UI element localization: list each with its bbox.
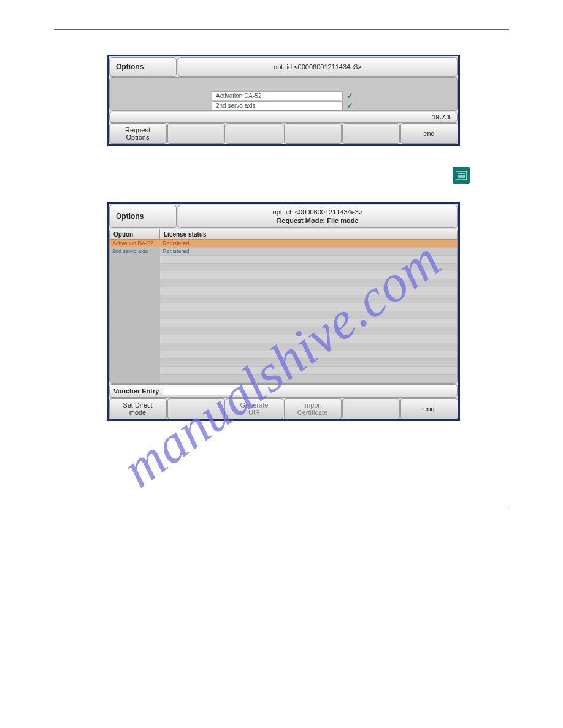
opt-id-text: opt. id <00006001211434e3> <box>274 63 362 71</box>
request-mode-text: Request Mode: File mode <box>277 216 358 225</box>
panel-title: Options <box>109 205 177 228</box>
cell-status: Registered <box>160 248 457 255</box>
table-row <box>110 335 457 343</box>
set-direct-mode-button[interactable]: Set Direct mode <box>109 398 167 419</box>
options-panel-2: Options opt. id: <00006001211434e3> Requ… <box>107 202 460 421</box>
opt-id-text: opt. id: <00006001211434e3> <box>273 208 363 216</box>
voucher-label: Voucher Entry <box>113 387 159 395</box>
end-button[interactable]: end <box>400 123 458 144</box>
table-row <box>110 367 457 375</box>
voucher-entry-row: Voucher Entry <box>109 384 458 398</box>
table-row <box>110 343 457 351</box>
table-row <box>110 303 457 311</box>
status-bar: 19.7.1 <box>109 112 458 123</box>
document-icon[interactable] <box>453 167 470 184</box>
end-button[interactable]: end <box>400 398 458 419</box>
options-list-area: Activation DA-52 ✓ 2nd servo axis ✓ <box>109 77 458 111</box>
options-panel-1: Options opt. id <00006001211434e3> Activ… <box>107 55 460 146</box>
table-row <box>110 256 457 264</box>
table-row <box>110 271 457 279</box>
table-row <box>110 319 457 327</box>
panel-title: Options <box>109 57 177 77</box>
empty-button <box>167 398 225 419</box>
generate-uir-button[interactable]: Generate UIR <box>226 398 283 419</box>
request-options-button[interactable]: Request Options <box>109 123 167 144</box>
check-icon: ✓ <box>344 91 355 100</box>
table-header: Option License status <box>110 229 457 240</box>
table-row <box>110 311 457 319</box>
table-rows: Activation DA-52 Registered 2nd servo ax… <box>110 240 457 383</box>
table-row <box>110 351 457 359</box>
version-text: 19.7.1 <box>432 113 451 121</box>
table-row <box>110 287 457 295</box>
table-row <box>110 327 457 335</box>
option-row: 2nd servo axis ✓ <box>212 101 355 110</box>
empty-button <box>226 123 283 144</box>
empty-button <box>284 123 342 144</box>
table-row <box>110 295 457 303</box>
empty-button <box>342 123 400 144</box>
option-name: 2nd servo axis <box>212 101 343 110</box>
option-row: Activation DA-52 ✓ <box>212 91 355 100</box>
import-certificate-button[interactable]: Import Certificate <box>284 398 342 419</box>
table-row <box>110 375 457 383</box>
opt-id-display: opt. id: <00006001211434e3> Request Mode… <box>178 205 458 228</box>
empty-button <box>167 123 225 144</box>
column-option: Option <box>110 229 160 239</box>
cell-option: 2nd servo axis <box>110 248 160 255</box>
voucher-input[interactable] <box>163 387 242 395</box>
table-row <box>110 279 457 287</box>
empty-button <box>342 398 400 419</box>
column-license-status: License status <box>160 229 457 239</box>
cell-status: Registered <box>160 240 457 247</box>
option-name: Activation DA-52 <box>212 91 343 100</box>
license-table-area: Option License status Activation DA-52 R… <box>109 229 458 384</box>
table-row <box>110 264 457 271</box>
table-row[interactable]: 2nd servo axis Registered <box>110 248 457 256</box>
cell-option: Activation DA-52 <box>110 240 160 247</box>
table-row[interactable]: Activation DA-52 Registered <box>110 240 457 248</box>
opt-id-display: opt. id <00006001211434e3> <box>178 57 458 77</box>
table-row <box>110 359 457 367</box>
check-icon: ✓ <box>344 101 355 110</box>
